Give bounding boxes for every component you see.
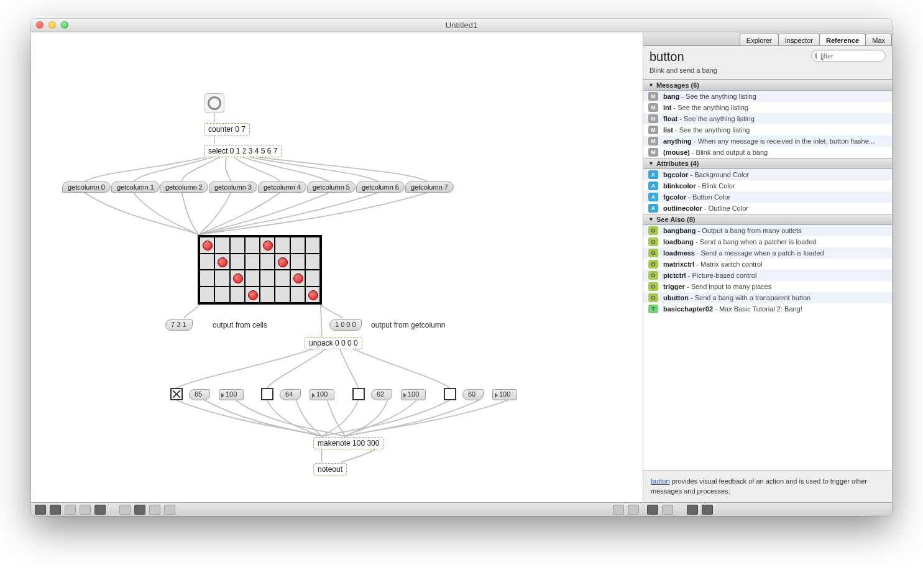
scheduler-icon[interactable] xyxy=(164,505,175,515)
matrix-cell[interactable] xyxy=(260,254,275,270)
section-header-seealso[interactable]: ▼ See Also (8) xyxy=(643,214,892,225)
filter-search[interactable] xyxy=(811,50,886,62)
msg-getcolumn-6[interactable]: getcolumn 6 xyxy=(356,181,405,193)
ref-item[interactable]: Abgcolor - Background Color xyxy=(643,169,892,180)
msg-getcolumn-5[interactable]: getcolumn 5 xyxy=(307,181,356,193)
split-view-icon[interactable] xyxy=(628,505,639,515)
filter-input[interactable] xyxy=(819,52,892,60)
single-view-icon[interactable] xyxy=(613,505,624,515)
titlebar[interactable]: Untitled1 xyxy=(31,19,892,32)
msg-getcolumn-4[interactable]: getcolumn 4 xyxy=(258,181,306,193)
matrix-cell[interactable] xyxy=(275,254,290,270)
back-icon[interactable] xyxy=(647,505,658,515)
matrix-cell[interactable] xyxy=(230,287,245,303)
ref-item[interactable]: Omatrixctrl - Matrix switch control xyxy=(643,259,892,270)
tab-explorer[interactable]: Explorer xyxy=(740,34,779,45)
zoom-icon[interactable] xyxy=(61,21,68,29)
toggle-0[interactable] xyxy=(170,388,183,400)
ref-item[interactable]: Aoutlinecolor - Outline Color xyxy=(643,203,892,214)
matrix-cell[interactable] xyxy=(260,270,275,287)
tab-max[interactable]: Max xyxy=(865,34,892,45)
section-header-attributes[interactable]: ▼ Attributes (4) xyxy=(643,158,892,169)
page-icon[interactable] xyxy=(702,505,713,515)
ref-item[interactable]: Mlist - See the anything listing xyxy=(643,124,892,136)
patcher-canvas[interactable]: counter 0 7 select 0 1 2 3 4 5 6 7 getco… xyxy=(31,32,643,502)
matrix-cell[interactable] xyxy=(214,254,229,270)
ref-item[interactable]: Obangbang - Output a bang from many outl… xyxy=(643,225,892,236)
ref-item[interactable]: Oubutton - Send a bang with a transparen… xyxy=(643,292,892,303)
presentation-icon[interactable] xyxy=(94,505,106,515)
minimize-icon[interactable] xyxy=(48,21,56,29)
section-header-messages[interactable]: ▼ Messages (6) xyxy=(643,80,892,91)
zoom-icon[interactable] xyxy=(65,505,76,515)
msg-getcolumn-7[interactable]: getcolumn 7 xyxy=(405,181,454,193)
calendar-icon[interactable] xyxy=(149,505,160,515)
matrix-cell[interactable] xyxy=(214,270,229,287)
dsp-icon[interactable] xyxy=(134,505,145,515)
matrix-cell[interactable] xyxy=(200,270,214,287)
note-3[interactable]: 60 xyxy=(462,389,484,400)
forward-icon[interactable] xyxy=(662,505,673,515)
note-2[interactable]: 62 xyxy=(371,389,392,400)
ref-item[interactable]: Oloadmess - Send a message when a patch … xyxy=(643,247,892,259)
msg-getcolumn-0[interactable]: getcolumn 0 xyxy=(62,181,111,193)
info-icon[interactable] xyxy=(119,505,131,515)
toggle-1[interactable] xyxy=(261,388,273,400)
lock-icon[interactable] xyxy=(35,505,46,515)
column-output-display[interactable]: 1 0 0 0 xyxy=(329,319,362,331)
msg-getcolumn-1[interactable]: getcolumn 1 xyxy=(111,181,160,193)
matrix-cell[interactable] xyxy=(275,287,290,303)
matrix-cell[interactable] xyxy=(230,237,245,254)
grid-icon[interactable] xyxy=(80,505,91,515)
noteout-object[interactable]: noteout xyxy=(313,463,347,475)
toggle-3[interactable] xyxy=(444,388,456,400)
list-icon[interactable] xyxy=(687,505,698,515)
matrix-cell[interactable] xyxy=(275,237,290,254)
unpack-object[interactable]: unpack 0 0 0 0 xyxy=(305,337,362,349)
note-0[interactable]: 65 xyxy=(189,389,210,400)
matrix-cell[interactable] xyxy=(305,270,320,287)
matrix-cell[interactable] xyxy=(305,254,320,270)
ref-item[interactable]: Oloadbang - Send a bang when a patcher i… xyxy=(643,236,892,247)
note-1[interactable]: 64 xyxy=(280,389,301,400)
matrix-cell[interactable] xyxy=(230,254,245,270)
matrix-cell[interactable] xyxy=(290,287,305,303)
matrix-cell[interactable] xyxy=(200,237,214,254)
matrix-cell[interactable] xyxy=(214,237,229,254)
matrix-cell[interactable] xyxy=(200,254,214,270)
matrix-cell[interactable] xyxy=(290,237,305,254)
vel-1[interactable]: 100 xyxy=(310,389,334,400)
matrix-cell[interactable] xyxy=(290,254,305,270)
ref-item[interactable]: Mint - See the anything listing xyxy=(643,102,892,113)
ref-item[interactable]: Afgcolor - Button Color xyxy=(643,191,892,203)
matrix-cell[interactable] xyxy=(290,270,305,287)
matrix-cell[interactable] xyxy=(245,254,260,270)
reference-list[interactable]: ▼ Messages (6)Mbang - See the anything l… xyxy=(643,80,892,470)
msg-getcolumn-2[interactable]: getcolumn 2 xyxy=(160,181,208,193)
matrix-cell[interactable] xyxy=(214,287,229,303)
matrix-cell[interactable] xyxy=(305,237,320,254)
ref-item[interactable]: Opictctrl - Picture-based control xyxy=(643,270,892,281)
matrix-cell[interactable] xyxy=(200,287,214,303)
ref-item[interactable]: Tbasicchapter02 - Max Basic Tutorial 2: … xyxy=(643,303,892,315)
vel-3[interactable]: 100 xyxy=(492,389,517,400)
ref-item[interactable]: Mfloat - See the anything listing xyxy=(643,113,892,124)
ref-item[interactable]: Manything - When any message is received… xyxy=(643,136,892,147)
matrix-cell[interactable] xyxy=(260,237,275,254)
tab-inspector[interactable]: Inspector xyxy=(778,34,820,45)
ref-item[interactable]: Mbang - See the anything listing xyxy=(643,91,892,102)
matrix-cell[interactable] xyxy=(230,270,245,287)
select-object[interactable]: select 0 1 2 3 4 5 6 7 xyxy=(204,145,282,157)
close-icon[interactable] xyxy=(36,21,44,29)
vel-2[interactable]: 100 xyxy=(401,389,426,400)
toggle-2[interactable] xyxy=(352,388,365,400)
tab-reference[interactable]: Reference xyxy=(819,34,866,45)
vel-0[interactable]: 100 xyxy=(219,389,244,400)
matrixctrl[interactable] xyxy=(198,235,322,305)
msg-getcolumn-3[interactable]: getcolumn 3 xyxy=(209,181,257,193)
description-link[interactable]: button xyxy=(651,477,670,485)
matrix-cell[interactable] xyxy=(245,237,260,254)
matrix-cell[interactable] xyxy=(275,270,290,287)
counter-object[interactable]: counter 0 7 xyxy=(204,123,250,136)
ref-item[interactable]: Ablinkcolor - Blink Color xyxy=(643,180,892,191)
